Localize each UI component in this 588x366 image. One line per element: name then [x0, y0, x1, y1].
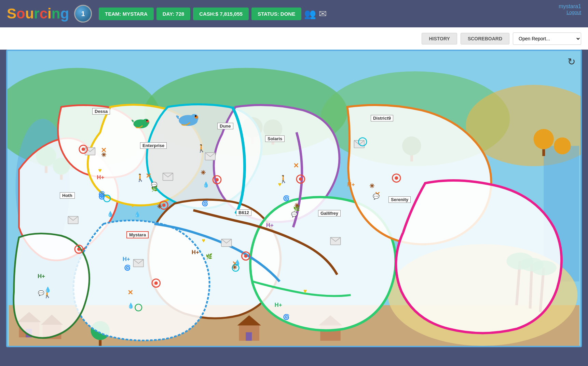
svg-text:✳: ✳	[369, 183, 374, 189]
svg-point-59	[162, 204, 166, 207]
svg-rect-29	[99, 340, 101, 346]
svg-text:✕: ✕	[293, 162, 299, 169]
mail-icon[interactable]: ✉	[319, 8, 327, 19]
app-logo: Sourcing	[7, 5, 69, 22]
logout-link[interactable]: Logout	[559, 10, 581, 15]
history-button[interactable]: HISTORY	[422, 33, 457, 44]
svg-point-69	[154, 282, 158, 285]
svg-point-67	[77, 248, 81, 251]
svg-text:💬: 💬	[291, 212, 298, 218]
svg-text:✳: ✳	[101, 152, 106, 158]
svg-text:♥: ♥	[98, 167, 102, 174]
scoreboard-button[interactable]: SCOREBOARD	[461, 33, 509, 44]
svg-text:💧: 💧	[44, 286, 51, 293]
header: Sourcing 1 TEAM: MYSTARA DAY: 728 CASH:$…	[0, 0, 588, 27]
map-container: ↻	[6, 50, 582, 347]
svg-point-57	[82, 147, 85, 151]
svg-text:🌿: 🌿	[206, 253, 213, 260]
svg-rect-37	[246, 332, 252, 341]
svg-text:🌀: 🌀	[283, 195, 290, 201]
label-serenity: Serenity	[388, 196, 411, 203]
svg-text:✳: ✳	[157, 203, 162, 210]
svg-text:💧: 💧	[127, 302, 134, 309]
svg-text:♥: ♥	[131, 202, 134, 209]
svg-text:✕: ✕	[127, 289, 133, 296]
svg-text:💧: 💧	[134, 211, 141, 218]
label-gallifrey: Gallifrey	[318, 210, 341, 217]
globe-badge: 1	[74, 5, 92, 23]
svg-point-71	[244, 254, 247, 258]
svg-text:💬: 💬	[151, 182, 158, 188]
svg-text:✳: ✳	[201, 169, 206, 176]
team-button[interactable]: TEAM: MYSTARA	[99, 8, 154, 20]
status-button[interactable]: STATUS: DONE	[251, 8, 301, 20]
svg-text:H+: H+	[192, 249, 199, 256]
svg-text:✕: ✕	[146, 172, 151, 180]
label-dune: Dune	[217, 123, 233, 129]
svg-text:✳: ✳	[294, 202, 299, 209]
report-select[interactable]: Open Report... Sales Report Inventory Re…	[513, 32, 581, 45]
svg-text:♥: ♥	[202, 237, 206, 244]
svg-rect-26	[542, 149, 545, 156]
svg-text:🌀: 🌀	[202, 200, 209, 207]
globe-number: 1	[81, 10, 85, 18]
svg-text:💬: 💬	[373, 193, 380, 200]
label-dessa: Dessa	[92, 108, 110, 115]
day-button[interactable]: DAY: 728	[156, 8, 190, 20]
cash-button[interactable]: CASH:$ 7,815,055	[193, 8, 249, 20]
svg-text:H+: H+	[275, 302, 282, 308]
label-mystara: Mystara	[126, 231, 149, 238]
svg-text:💧: 💧	[203, 181, 209, 188]
label-solaris: Solaris	[265, 135, 285, 142]
label-hoth: Hoth	[60, 192, 75, 199]
svg-text:💬: 💬	[38, 290, 44, 296]
svg-point-63	[299, 178, 302, 181]
svg-point-61	[215, 178, 219, 182]
svg-point-27	[554, 138, 571, 155]
svg-point-65	[395, 177, 398, 180]
map-svg: 🚶 🚶 🚶 🚶 ✕ ✕ ✕ ✕ ✕ ✕ H+ H+ H+ H+ H+ H+ H+…	[8, 51, 580, 346]
svg-point-47	[195, 115, 196, 117]
header-icons: 👥 ✉	[304, 8, 329, 19]
svg-text:✳: ✳	[232, 264, 237, 271]
label-b612: B612	[236, 209, 251, 216]
label-district9: District9	[371, 115, 393, 121]
svg-text:💧: 💧	[107, 211, 114, 217]
svg-point-43	[146, 120, 148, 121]
svg-text:H+: H+	[123, 256, 130, 262]
svg-text:🚶: 🚶	[197, 144, 206, 153]
svg-text:♥: ♥	[303, 288, 307, 295]
svg-text:H+: H+	[97, 174, 104, 181]
svg-point-25	[533, 129, 553, 149]
svg-text:H+: H+	[38, 273, 45, 279]
svg-text:🚶: 🚶	[136, 173, 145, 182]
svg-text:H+: H+	[347, 181, 355, 188]
user-info: mystara1 Logout	[559, 3, 581, 15]
svg-text:🌀: 🌀	[283, 314, 290, 320]
toolbar: HISTORY SCOREBOARD Open Report... Sales …	[0, 27, 588, 50]
svg-text:♥: ♥	[278, 181, 282, 188]
svg-text:H+: H+	[266, 222, 274, 228]
svg-text:🌀: 🌀	[124, 264, 131, 271]
refresh-icon[interactable]: ↻	[568, 56, 575, 67]
label-enterprise: Enterprise	[140, 142, 167, 149]
team-icon[interactable]: 👥	[304, 8, 316, 19]
svg-text:🌀: 🌀	[98, 193, 105, 200]
username: mystara1	[559, 3, 581, 10]
